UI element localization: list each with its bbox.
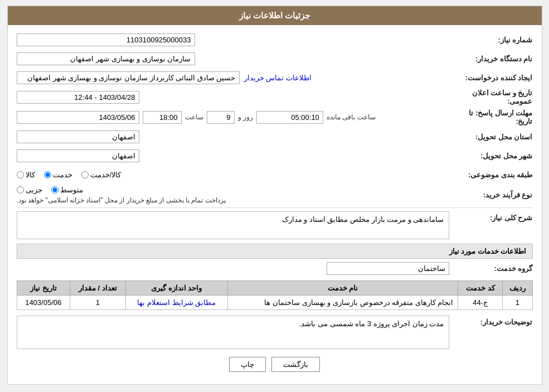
deadline-date-input[interactable] <box>17 111 139 124</box>
page-container: جزئیات اطلاعات نیاز شماره نیاز: نام دستگ… <box>7 6 542 385</box>
print-button[interactable]: چاپ <box>229 357 266 372</box>
buyer-org-label: نام دستگاه خریدار: <box>449 55 533 63</box>
content-area: شماره نیاز: نام دستگاه خریدار: ایجاد کنن… <box>8 25 542 384</box>
divider-1 <box>17 207 533 208</box>
cell-quantity: 1 <box>70 296 125 310</box>
need-number-input[interactable] <box>17 33 195 46</box>
buyer-notes-text: مدت زمان اجرای پروژه 3 ماه شمسی می باشد. <box>299 320 444 328</box>
city-row: شهر محل تحویل: <box>17 148 533 163</box>
category-label: طبقه بندی موضوعی: <box>449 171 533 179</box>
services-table-head: ردیف کد خدمت نام خدمت واحد اندازه گیری ت… <box>17 281 532 296</box>
deadline-value-cell: ساعت باقی مانده روز و ساعت <box>17 111 449 124</box>
unit-link[interactable]: مطابق شرایط استعلام بها <box>137 298 216 307</box>
deadline-remaining-label: ساعت باقی مانده <box>327 113 376 121</box>
deadline-label: مهلت ارسال پاسخ: تا تاریخ: <box>449 109 533 125</box>
need-description-box: ساماندهی و مرمت بازار مخلص مطابق اسناد و… <box>17 211 449 239</box>
need-description-content: ساماندهی و مرمت بازار مخلص مطابق اسناد و… <box>17 211 449 239</box>
cell-service-code: ج-44 <box>458 296 503 310</box>
purchase-option2-label: متوسط <box>60 186 83 194</box>
group-service-label: گروه خدمت: <box>449 264 533 273</box>
need-number-row: شماره نیاز: <box>17 32 533 47</box>
announce-row: تاریخ و ساعت اعلان عمومی: <box>17 89 533 105</box>
purchase-type-label: نوع فرآیند خرید: <box>449 191 533 199</box>
creator-value-cell: اطلاعات تماس خریدار <box>17 71 449 84</box>
category-option1-label: کالا <box>26 171 35 179</box>
buyer-org-value-cell <box>17 52 449 65</box>
need-description-text: ساماندهی و مرمت بازار مخلص مطابق اسناد و… <box>282 215 444 224</box>
need-description-wrapper: شرح کلی نیاز: ساماندهی و مرمت بازار مخلص… <box>17 211 533 239</box>
category-radio-group: کالا/خدمت خدمت کالا <box>17 171 122 179</box>
page-header: جزئیات اطلاعات نیاز <box>8 6 542 25</box>
announce-datetime-input[interactable] <box>17 91 139 104</box>
services-table-body: 1 ج-44 انجام کارهای متفرقه درخصوص بازساز… <box>17 296 532 310</box>
group-service-input[interactable] <box>327 262 449 275</box>
category-option3-label: کالا/خدمت <box>90 171 122 179</box>
services-table: ردیف کد خدمت نام خدمت واحد اندازه گیری ت… <box>17 280 533 310</box>
col-quantity: تعداد / مقدار <box>70 281 125 296</box>
purchase-type-options: متوسط جزیی پرداخت تمام یا بخشی از مبلغ خ… <box>17 186 449 204</box>
contact-link[interactable]: اطلاعات تماس خریدار <box>244 74 312 82</box>
city-value-cell <box>17 149 449 162</box>
deadline-inner: ساعت باقی مانده روز و ساعت <box>17 111 376 124</box>
cell-service-name: انجام کارهای متفرقه درخصوص بازسازی و بهس… <box>227 296 458 310</box>
deadline-time-label: ساعت <box>185 113 203 121</box>
services-section-header: اطلاعات خدمات مورد نیاز <box>17 244 533 259</box>
deadline-row: مهلت ارسال پاسخ: تا تاریخ: ساعت باقی مان… <box>17 109 533 125</box>
deadline-days-input[interactable] <box>207 111 235 124</box>
buttons-row: بازگشت چاپ <box>17 357 533 372</box>
province-value-cell <box>17 130 449 143</box>
purchase-option1-radio[interactable] <box>17 186 24 193</box>
purchase-option1-label: جزیی <box>26 186 42 194</box>
deadline-remaining-input[interactable] <box>256 111 323 124</box>
category-option2-label: خدمت <box>53 171 72 179</box>
category-options: کالا/خدمت خدمت کالا <box>17 171 449 179</box>
col-row-num: ردیف <box>503 281 532 296</box>
creator-row: ایجاد کننده درخواست: اطلاعات تماس خریدار <box>17 70 533 85</box>
deadline-days-label: روز و <box>238 113 253 121</box>
group-service-value-cell <box>327 262 449 275</box>
category-option2-radio[interactable] <box>44 171 51 178</box>
category-option3-item: کالا/خدمت <box>81 171 122 179</box>
cell-date: 1403/05/06 <box>17 296 70 310</box>
purchase-type-row: نوع فرآیند خرید: متوسط جزیی پرداخت تمام … <box>17 186 533 204</box>
city-label: شهر محل تحویل: <box>449 152 533 160</box>
group-service-row: گروه خدمت: <box>17 262 533 275</box>
back-button[interactable]: بازگشت <box>271 357 320 372</box>
creator-input[interactable] <box>17 71 240 84</box>
buyer-org-row: نام دستگاه خریدار: <box>17 51 533 66</box>
purchase-option1-item: جزیی <box>17 186 42 194</box>
buyer-notes-label: توضیحات خریدار: <box>449 316 533 326</box>
table-row: 1 ج-44 انجام کارهای متفرقه درخصوص بازساز… <box>17 296 532 310</box>
col-service-code: کد خدمت <box>458 281 503 296</box>
need-description-label: شرح کلی نیاز: <box>449 211 533 222</box>
category-option1-radio[interactable] <box>17 171 24 178</box>
purchase-notice: پرداخت تمام یا بخشی از مبلغ خریدار از مح… <box>17 196 226 204</box>
announce-value-cell <box>17 91 449 104</box>
need-number-label: شماره نیاز: <box>449 36 533 44</box>
buyer-notes-wrapper: توضیحات خریدار: مدت زمان اجرای پروژه 3 م… <box>17 316 533 349</box>
city-input[interactable] <box>17 149 139 162</box>
need-number-value-cell <box>17 33 449 46</box>
category-option1-item: کالا <box>17 171 35 179</box>
cell-row-num: 1 <box>503 296 532 310</box>
purchase-radio-group: متوسط جزیی <box>17 186 83 194</box>
buyer-org-input[interactable] <box>17 52 195 65</box>
province-row: استان محل تحویل: <box>17 129 533 144</box>
purchase-option2-radio[interactable] <box>51 186 59 193</box>
buyer-notes-content: مدت زمان اجرای پروژه 3 ماه شمسی می باشد. <box>17 316 449 349</box>
buyer-notes-box: مدت زمان اجرای پروژه 3 ماه شمسی می باشد. <box>17 316 449 349</box>
col-service-name: نام خدمت <box>227 281 458 296</box>
purchase-option2-item: متوسط <box>51 186 83 194</box>
province-input[interactable] <box>17 130 139 143</box>
announce-label: تاریخ و ساعت اعلان عمومی: <box>449 89 533 105</box>
services-table-section: ردیف کد خدمت نام خدمت واحد اندازه گیری ت… <box>17 280 533 310</box>
category-option3-radio[interactable] <box>81 171 89 178</box>
deadline-time-input[interactable] <box>143 111 182 124</box>
province-label: استان محل تحویل: <box>449 133 533 141</box>
col-date: تاریخ نیاز <box>17 281 70 296</box>
services-table-header-row: ردیف کد خدمت نام خدمت واحد اندازه گیری ت… <box>17 281 532 296</box>
category-row: طبقه بندی موضوعی: کالا/خدمت خدمت کالا <box>17 167 533 182</box>
creator-label: ایجاد کننده درخواست: <box>449 74 533 82</box>
cell-unit: مطابق شرایط استعلام بها <box>125 296 227 310</box>
col-unit: واحد اندازه گیری <box>125 281 227 296</box>
